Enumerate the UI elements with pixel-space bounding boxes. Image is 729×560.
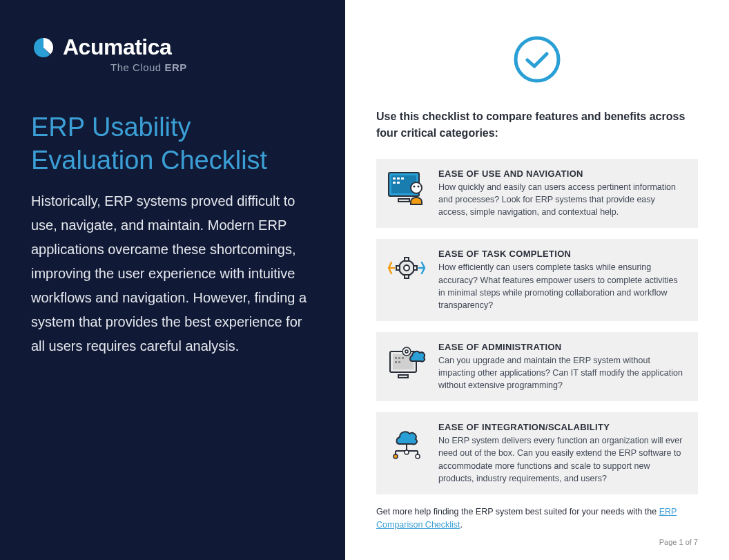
svg-point-0 bbox=[516, 38, 558, 81]
svg-point-27 bbox=[405, 350, 408, 353]
category-text: EASE OF USE AND NAVIGATION How quickly a… bbox=[438, 168, 686, 218]
logo: Acumatica bbox=[31, 35, 314, 60]
checkmark-circle-icon bbox=[512, 35, 562, 84]
svg-rect-13 bbox=[405, 258, 409, 261]
right-panel: Use this checklist to compare features a… bbox=[345, 0, 729, 560]
page-title: ERP Usability Evaluation Checklist bbox=[31, 111, 314, 177]
category-desc: No ERP system delivers every function an… bbox=[438, 434, 686, 485]
footer-prefix: Get more help finding the ERP system bes… bbox=[376, 507, 659, 516]
tagline-prefix: The Cloud bbox=[110, 61, 164, 73]
svg-rect-7 bbox=[397, 182, 400, 184]
category-item: EASE OF USE AND NAVIGATION How quickly a… bbox=[376, 159, 698, 228]
svg-rect-25 bbox=[398, 375, 408, 378]
svg-rect-4 bbox=[397, 177, 400, 180]
svg-rect-16 bbox=[414, 266, 417, 270]
category-title: EASE OF TASK COMPLETION bbox=[438, 249, 686, 259]
svg-rect-3 bbox=[393, 177, 396, 180]
svg-rect-20 bbox=[395, 357, 397, 359]
svg-rect-6 bbox=[393, 182, 396, 184]
gear-arrows-icon bbox=[386, 249, 427, 287]
footer-suffix: . bbox=[460, 520, 463, 530]
category-title: EASE OF USE AND NAVIGATION bbox=[438, 168, 686, 179]
svg-point-10 bbox=[414, 186, 416, 188]
svg-point-34 bbox=[416, 454, 420, 458]
left-panel: Acumatica The Cloud ERP ERP Usability Ev… bbox=[0, 0, 345, 560]
svg-point-17 bbox=[404, 265, 409, 271]
category-text: EASE OF ADMINISTRATION Can you upgrade a… bbox=[438, 342, 686, 392]
svg-point-9 bbox=[411, 182, 422, 193]
category-item: EASE OF ADMINISTRATION Can you upgrade a… bbox=[376, 332, 698, 401]
category-title: EASE OF INTEGRATION/SCALABILITY bbox=[438, 422, 686, 432]
category-desc: How efficiently can users complete tasks… bbox=[438, 261, 686, 311]
checklist-heading: Use this checklist to compare features a… bbox=[376, 108, 698, 142]
page-number: Page 1 of 7 bbox=[659, 538, 698, 546]
intro-text: Historically, ERP systems proved difficu… bbox=[31, 189, 314, 358]
logo-mark-icon bbox=[31, 35, 56, 60]
category-text: EASE OF INTEGRATION/SCALABILITY No ERP s… bbox=[438, 422, 686, 485]
svg-rect-23 bbox=[395, 361, 397, 363]
svg-rect-8 bbox=[398, 199, 409, 202]
category-item: EASE OF TASK COMPLETION How efficiently … bbox=[376, 239, 698, 321]
footer-text: Get more help finding the ERP system bes… bbox=[376, 505, 698, 532]
category-item: EASE OF INTEGRATION/SCALABILITY No ERP s… bbox=[376, 412, 698, 494]
svg-rect-15 bbox=[396, 266, 400, 270]
cloud-network-icon bbox=[386, 422, 427, 461]
user-screen-icon bbox=[386, 168, 427, 207]
svg-rect-22 bbox=[402, 357, 404, 359]
tagline: The Cloud ERP bbox=[110, 61, 314, 73]
svg-point-33 bbox=[405, 450, 409, 454]
svg-point-11 bbox=[418, 186, 420, 188]
category-desc: How quickly and easily can users access … bbox=[438, 181, 686, 218]
svg-rect-21 bbox=[398, 357, 400, 359]
category-text: EASE OF TASK COMPLETION How efficiently … bbox=[438, 249, 686, 311]
svg-point-32 bbox=[393, 454, 398, 458]
svg-rect-14 bbox=[405, 275, 409, 278]
category-title: EASE OF ADMINISTRATION bbox=[438, 342, 686, 352]
server-cloud-gear-icon bbox=[386, 342, 427, 380]
svg-rect-24 bbox=[398, 361, 400, 363]
category-desc: Can you upgrade and maintain the ERP sys… bbox=[438, 354, 686, 392]
tagline-bold: ERP bbox=[164, 61, 186, 73]
svg-rect-5 bbox=[401, 177, 404, 180]
brand-name: Acumatica bbox=[63, 35, 171, 60]
